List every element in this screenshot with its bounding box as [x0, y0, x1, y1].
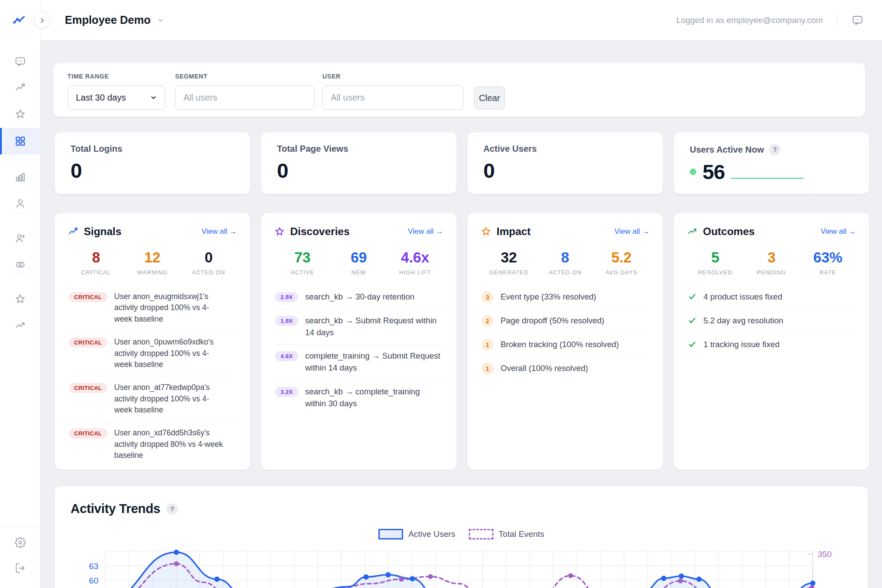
panels-row: SignalsView all →8CRITICAL12WARNING0ACTE…: [55, 213, 869, 470]
panel-stat: 0ACTED ON: [180, 249, 237, 276]
time-range-select[interactable]: Last 30 days: [67, 85, 165, 110]
item-text: search_kb → complete_training within 30 …: [305, 386, 442, 410]
sidebar-item-analytics[interactable]: [0, 164, 41, 190]
stat-card-value: 0: [71, 158, 82, 183]
panel-stat-value: 8: [68, 249, 124, 266]
stat-card-title: Active Users: [483, 144, 537, 154]
segment-input[interactable]: [175, 85, 314, 110]
trend-search-icon: [68, 226, 78, 237]
item-badge: 3.2X: [275, 387, 298, 397]
panel-stat-label: WARNING: [124, 269, 181, 276]
sidebar-item-trends[interactable]: [0, 312, 41, 339]
sidebar-divider: [11, 213, 30, 214]
user-input[interactable]: [322, 85, 463, 110]
venn-icon: [15, 259, 26, 270]
stat-card-value: 0: [483, 158, 494, 183]
panel-stat-label: RATE: [800, 269, 856, 276]
list-item[interactable]: 4 product issues fixed: [687, 285, 856, 309]
person-icon: [15, 198, 26, 209]
panel-item-list: 3Event type (33% resolved)2Page dropoff …: [481, 285, 650, 380]
sidebar-item-starred[interactable]: [0, 286, 41, 312]
panel-title: Impact: [497, 225, 531, 238]
list-item[interactable]: 3.2Xsearch_kb → complete_training within…: [274, 380, 443, 416]
sidebar-divider: [11, 152, 30, 152]
svg-text:63: 63: [89, 562, 98, 571]
panel-stat-label: AVG DAYS: [593, 269, 650, 276]
panel-stat: 5RESOLVED: [687, 249, 744, 276]
sidebar-item-favorites[interactable]: [0, 101, 41, 127]
sidebar: [0, 0, 41, 588]
panel-stat: 8ACTED ON: [537, 249, 594, 276]
star-icon: [481, 226, 491, 237]
stat-card-title: Users Active Now: [690, 145, 764, 155]
sidebar-item-users[interactable]: [0, 190, 41, 217]
stat-card-title: Total Logins: [71, 144, 122, 154]
list-item[interactable]: CRITICALUser anon_at77kedwp0pa's activit…: [68, 376, 237, 422]
list-item[interactable]: 3Event type (33% resolved): [481, 285, 650, 309]
star-icon: [15, 109, 26, 120]
list-item[interactable]: CRITICALUser anon_0puwm6o9xdko's activit…: [68, 331, 237, 376]
view-all-link[interactable]: View all →: [202, 227, 237, 236]
project-switcher[interactable]: Employee Demo: [65, 14, 164, 26]
item-text: User anon_at77kedwp0pa's activity droppe…: [114, 382, 224, 416]
gear-icon: [15, 537, 26, 548]
sidebar-item-logout[interactable]: [0, 555, 41, 581]
list-item[interactable]: 1Overall (100% resolved): [481, 357, 650, 380]
list-item[interactable]: 1 tracking issue fixed: [687, 333, 856, 356]
item-text: Event type (33% resolved): [501, 291, 596, 303]
list-item[interactable]: 1Broken tracking (100% resolved): [481, 333, 650, 357]
item-count-badge: 1: [482, 363, 493, 375]
page-title: Employee Demo: [65, 14, 151, 26]
stat-card-users-active-now: Users Active Now?56: [674, 132, 869, 194]
list-item[interactable]: 2Page dropoff (50% resolved): [481, 309, 650, 333]
view-all-link[interactable]: View all →: [408, 227, 443, 236]
panel-stat-value: 4.6x: [387, 249, 443, 266]
trend-search-icon: [15, 82, 26, 94]
list-item[interactable]: 1.9Xsearch_kb → Submit Request within 14…: [274, 309, 443, 345]
sidebar-item-invite-user[interactable]: [0, 225, 41, 251]
panel-stat-value: 63%: [800, 249, 856, 266]
sidebar-item-settings[interactable]: [0, 529, 41, 556]
sidebar-item-dashboard[interactable]: [0, 128, 41, 154]
list-item[interactable]: CRITICALUser anon_xd76dd5h3s6y's activit…: [68, 422, 237, 467]
sidebar-item-signals[interactable]: [0, 75, 41, 101]
panel-stat-value: 69: [331, 249, 387, 266]
grid-icon: [15, 135, 26, 147]
item-count-badge: 2: [482, 315, 493, 327]
item-count-badge: 1: [482, 339, 493, 351]
panel-stat: 4.6xHIGH LIFT: [387, 249, 443, 276]
list-item[interactable]: 5.2 day avg resolution: [687, 309, 856, 333]
star-icon: [274, 226, 285, 237]
chart-legend: Active Users Total Events: [55, 529, 868, 539]
sidebar-expand-button[interactable]: [34, 12, 50, 29]
check-icon: [688, 340, 696, 350]
list-item[interactable]: 2.9Xsearch_kb → 30-day retention: [274, 285, 443, 309]
chat-feedback-icon[interactable]: [852, 14, 863, 26]
help-icon[interactable]: ?: [769, 144, 781, 155]
panel-title: Outcomes: [703, 225, 755, 238]
legend-active-users[interactable]: Active Users: [378, 529, 456, 539]
panel-stat-value: 5.2: [593, 249, 650, 266]
help-icon[interactable]: ?: [166, 503, 178, 515]
list-item[interactable]: 4.6Xcomplete_training → Submit Request w…: [274, 345, 443, 380]
view-all-link[interactable]: View all →: [821, 227, 856, 236]
stat-card-total-logins: Total Logins0: [55, 132, 250, 194]
sidebar-item-messages[interactable]: [0, 48, 41, 75]
view-all-link[interactable]: View all →: [614, 227, 650, 236]
list-item[interactable]: CRITICALUser anon_euugmidsxwj1's activit…: [68, 285, 237, 331]
panel-stat-label: HIGH LIFT: [387, 269, 443, 276]
logout-icon: [15, 562, 26, 574]
check-icon: [688, 316, 696, 326]
svg-text:350: 350: [818, 550, 832, 559]
live-indicator-dot: [690, 169, 696, 175]
panel-stat: 73ACTIVE: [274, 249, 331, 276]
clear-filters-button[interactable]: Clear: [474, 86, 505, 109]
item-text: 4 product issues fixed: [703, 291, 782, 303]
item-text: User anon_euugmidsxwj1's activity droppe…: [114, 291, 224, 325]
user-label: USER: [322, 73, 340, 80]
panel-outcomes: OutcomesView all →5RESOLVED3PENDING63%RA…: [674, 213, 869, 470]
header-divider: [837, 13, 837, 28]
legend-total-events[interactable]: Total Events: [469, 529, 545, 539]
star-icon: [15, 293, 26, 305]
panel-stat-label: CRITICAL: [68, 269, 124, 276]
